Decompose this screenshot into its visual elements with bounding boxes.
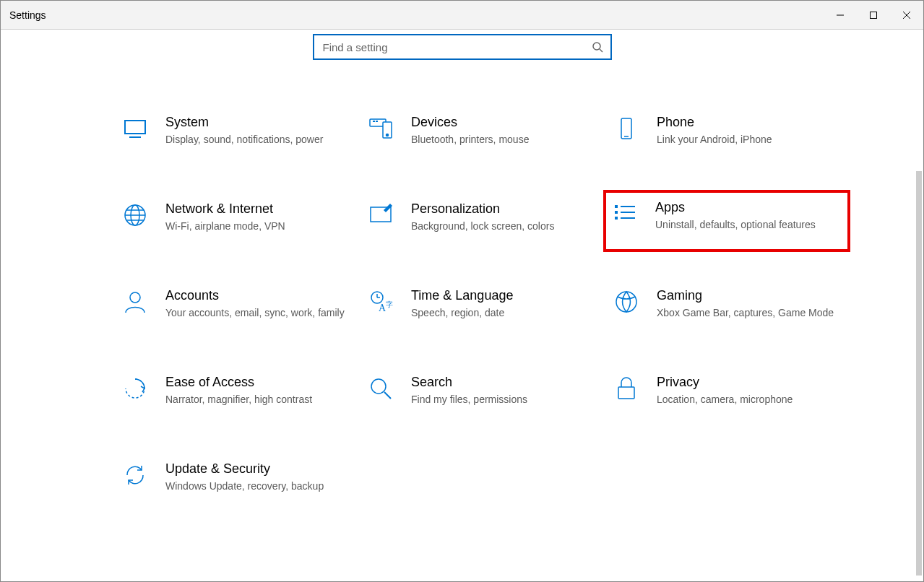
category-accounts[interactable]: AccountsYour accounts, email, sync, work… xyxy=(116,284,355,324)
category-text: PersonalizationBackground, lock screen, … xyxy=(411,201,596,233)
network-icon xyxy=(121,203,150,232)
category-text: AccountsYour accounts, email, sync, work… xyxy=(165,288,350,320)
category-desc: Windows Update, recovery, backup xyxy=(165,479,350,493)
svg-rect-36 xyxy=(618,387,634,399)
category-desc: Your accounts, email, sync, work, family xyxy=(165,306,350,320)
category-devices[interactable]: DevicesBluetooth, printers, mouse xyxy=(362,110,600,151)
phone-icon xyxy=(612,116,641,145)
category-desc: Location, camera, microphone xyxy=(657,393,842,407)
svg-point-10 xyxy=(387,134,389,136)
search-input[interactable] xyxy=(321,40,603,54)
maximize-button[interactable] xyxy=(857,1,890,30)
category-search[interactable]: SearchFind my files, permissions xyxy=(362,370,600,411)
minimize-button[interactable] xyxy=(824,1,857,30)
close-button[interactable] xyxy=(890,1,923,30)
category-text: Ease of AccessNarrator, magnifier, high … xyxy=(165,375,350,407)
window-title: Settings xyxy=(9,9,46,21)
svg-rect-22 xyxy=(615,211,618,214)
apps-icon xyxy=(610,201,639,230)
category-ease[interactable]: Ease of AccessNarrator, magnifier, high … xyxy=(116,370,355,411)
svg-rect-11 xyxy=(373,121,375,122)
search-icon xyxy=(592,41,603,53)
svg-point-34 xyxy=(371,379,386,394)
category-personalization[interactable]: PersonalizationBackground, lock screen, … xyxy=(362,197,600,238)
system-icon xyxy=(121,116,150,145)
category-gaming[interactable]: GamingXbox Game Bar, captures, Game Mode xyxy=(608,284,846,324)
category-desc: Link your Android, iPhone xyxy=(657,133,842,147)
svg-rect-23 xyxy=(615,217,618,220)
category-apps[interactable]: AppsUninstall, defaults, optional featur… xyxy=(603,190,850,252)
svg-rect-1 xyxy=(871,12,877,19)
category-desc: Background, lock screen, colors xyxy=(411,220,596,233)
category-desc: Xbox Game Bar, captures, Game Mode xyxy=(657,306,842,320)
time-icon: A字 xyxy=(366,290,395,318)
window-controls xyxy=(824,1,923,30)
category-time[interactable]: A字Time & LanguageSpeech, region, date xyxy=(362,284,600,324)
category-text: AppsUninstall, defaults, optional featur… xyxy=(655,200,843,232)
category-privacy[interactable]: PrivacyLocation, camera, microphone xyxy=(608,370,846,411)
svg-text:字: 字 xyxy=(386,300,393,308)
svg-line-35 xyxy=(384,392,391,399)
category-title: Search xyxy=(411,375,596,390)
category-title: Ease of Access xyxy=(165,375,350,390)
category-title: Personalization xyxy=(411,201,596,217)
svg-rect-12 xyxy=(376,121,378,122)
search-box[interactable] xyxy=(313,34,612,60)
category-system[interactable]: SystemDisplay, sound, notifications, pow… xyxy=(116,110,355,151)
ease-icon xyxy=(121,376,150,405)
category-title: Accounts xyxy=(165,288,350,303)
category-desc: Bluetooth, printers, mouse xyxy=(411,133,596,147)
category-title: Devices xyxy=(411,115,596,130)
category-title: System xyxy=(165,115,350,130)
category-desc: Display, sound, notifications, power xyxy=(165,133,350,147)
category-desc: Find my files, permissions xyxy=(411,393,596,407)
category-title: Apps xyxy=(655,200,843,215)
update-icon xyxy=(121,463,150,492)
category-text: Network & InternetWi-Fi, airplane mode, … xyxy=(165,201,350,233)
titlebar[interactable]: Settings xyxy=(1,1,923,30)
personalization-icon xyxy=(366,203,395,232)
svg-point-4 xyxy=(593,43,600,50)
category-title: Network & Internet xyxy=(165,201,350,217)
svg-point-33 xyxy=(616,292,636,312)
category-desc: Narrator, magnifier, high contrast xyxy=(165,393,350,407)
category-text: Time & LanguageSpeech, region, date xyxy=(411,288,596,320)
category-phone[interactable]: PhoneLink your Android, iPhone xyxy=(608,110,846,151)
category-title: Time & Language xyxy=(411,288,596,303)
category-text: SystemDisplay, sound, notifications, pow… xyxy=(165,115,350,147)
category-desc: Uninstall, defaults, optional features xyxy=(655,218,843,232)
svg-rect-6 xyxy=(125,121,145,134)
category-text: GamingXbox Game Bar, captures, Game Mode xyxy=(657,288,842,320)
svg-line-5 xyxy=(600,49,603,52)
gaming-icon xyxy=(612,290,641,318)
category-network[interactable]: Network & InternetWi-Fi, airplane mode, … xyxy=(116,197,355,238)
accounts-icon xyxy=(121,290,150,318)
category-text: SearchFind my files, permissions xyxy=(411,375,596,407)
svg-rect-21 xyxy=(615,205,618,208)
category-desc: Speech, region, date xyxy=(411,306,596,320)
search-icon xyxy=(366,376,395,405)
category-text: DevicesBluetooth, printers, mouse xyxy=(411,115,596,147)
svg-point-27 xyxy=(130,292,140,303)
category-text: Update & SecurityWindows Update, recover… xyxy=(165,461,350,493)
category-title: Gaming xyxy=(657,288,842,303)
category-text: PrivacyLocation, camera, microphone xyxy=(657,375,842,407)
category-title: Update & Security xyxy=(165,461,350,477)
svg-rect-13 xyxy=(621,118,631,139)
category-desc: Wi-Fi, airplane mode, VPN xyxy=(165,220,350,233)
category-text: PhoneLink your Android, iPhone xyxy=(657,115,842,147)
devices-icon xyxy=(366,116,395,145)
privacy-icon xyxy=(612,376,641,405)
category-update[interactable]: Update & SecurityWindows Update, recover… xyxy=(116,457,355,498)
scrollbar-thumb[interactable] xyxy=(916,171,922,576)
category-title: Phone xyxy=(657,115,842,130)
category-title: Privacy xyxy=(657,375,842,390)
